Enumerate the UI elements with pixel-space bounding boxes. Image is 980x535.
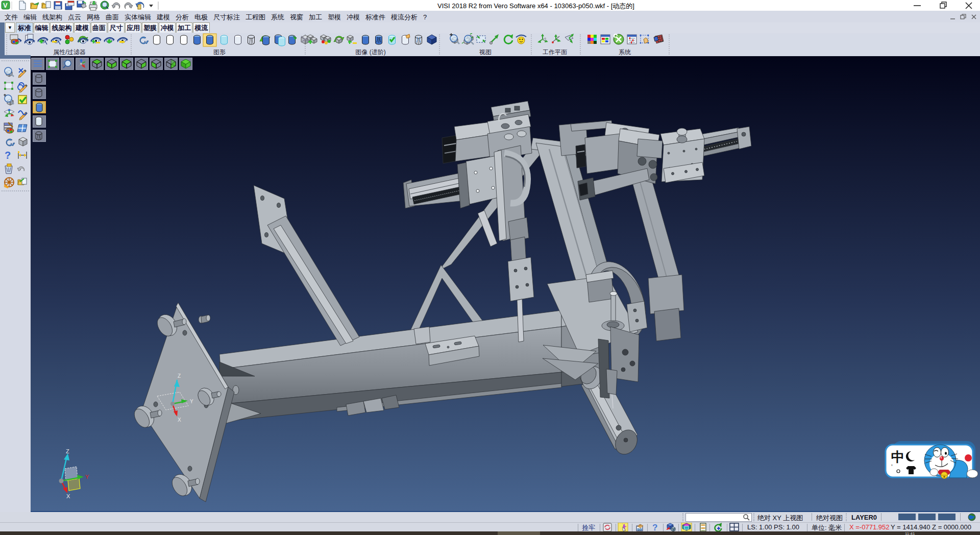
svg-text:?: ? [652, 523, 657, 532]
svg-text:X: X [178, 417, 181, 423]
svg-text:X: X [66, 493, 70, 499]
svg-text:Z: Z [66, 448, 69, 454]
svg-text:V: V [3, 2, 8, 9]
svg-text:10: 10 [638, 528, 642, 531]
svg-text:Y: Y [190, 399, 193, 404]
svg-text:Z: Z [178, 373, 181, 379]
svg-text:?: ? [5, 150, 11, 161]
svg-text:中: 中 [891, 449, 904, 465]
svg-text:Y: Y [85, 474, 89, 480]
svg-text:’: ’ [891, 464, 893, 471]
